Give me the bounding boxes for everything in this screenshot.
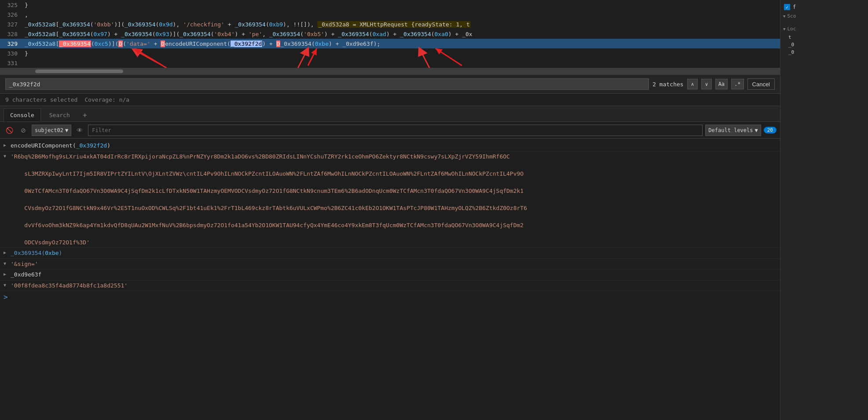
line-number-330: 330 [0,50,23,57]
line-number-328: 328 [0,31,23,37]
console-line-3[interactable]: _0x369354(0xbe) [0,248,780,259]
console-line-4[interactable]: '&sign=' [0,259,780,270]
tab-search[interactable]: Search [43,108,77,122]
prompt-arrow: > [4,293,8,301]
horizontal-scrollbar[interactable] [0,68,780,74]
eye-icon: 👁 [77,127,83,134]
console-text-3: _0x369354(0xbe) [11,249,776,258]
code-content-329: _0xd532a8[_0x369354(0xc5)](D('data=' + D… [23,41,780,47]
find-matches: 2 matches [652,81,683,88]
console-toolbar: 🚫 ⊘ subject02 ▼ 👁 Default levels ▼ 20 [0,122,780,139]
code-content-328: _0xd532a8[_0x369354(0x97) + _0x369354(0x… [23,31,780,37]
console-line-5[interactable]: _0xd9e63f [0,269,780,280]
find-next-button[interactable]: ∨ [701,79,712,89]
local-label: Loc [787,26,796,32]
expand-arrow-5[interactable] [4,272,11,276]
line-number-325: 325 [0,2,23,8]
code-line-330: 330 } [0,48,780,58]
checkbox-f-label: f [793,4,796,10]
console-input[interactable] [11,294,776,300]
local-title[interactable]: Loc [783,24,865,33]
tab-add-button[interactable]: + [78,108,92,122]
line-number-327: 327 [0,21,23,28]
code-editor-wrapper: 325 } 326 , 327 _0xd532a8[_0x369354('0xb… [0,0,780,74]
code-content-326: , [23,11,780,18]
console-line-6[interactable]: '00f8fdea8c35f4ad8774b8fc1a8d2551' [0,280,780,291]
find-case-button[interactable]: Aa [715,79,728,89]
expand-arrow-1[interactable] [4,143,11,147]
filter-icon: ⊘ [21,127,26,134]
line-number-326: 326 [0,11,23,18]
find-prev-button[interactable]: ∧ [687,79,698,89]
console-line-1[interactable]: encodeURIComponent(_0x392f2d) [0,140,780,151]
right-panel: f Sco Loc t _0 _0 [780,0,868,420]
expand-arrow-4[interactable] [4,261,11,266]
code-line-326: 326 , [0,10,780,19]
line-number-331: 331 [0,60,23,66]
tab-console-label: Console [10,112,34,118]
console-output[interactable]: encodeURIComponent(_0x392f2d) 'R6bq%2B6M… [0,139,780,420]
levels-dropdown-icon: ▼ [755,127,758,133]
code-line-331: 331 [0,58,780,68]
line-number-329: 329 [0,41,23,47]
find-input[interactable] [5,78,649,90]
error-badge: 20 [764,127,776,133]
code-line-328: 328 _0xd532a8[_0x369354(0x97) + _0x36935… [0,29,780,39]
code-line-327: 327 _0xd532a8[_0x369354('0xbb')](_0x3693… [0,19,780,29]
expand-arrow-2[interactable] [4,154,11,158]
checkbox-f[interactable]: f [783,3,865,11]
checkbox-f-indicator[interactable] [784,4,790,10]
status-bar: 9 characters selected Coverage: n/a [0,94,780,106]
code-content-325: } [23,2,780,8]
scope-title[interactable]: Sco [783,11,865,21]
scrollbar-thumb[interactable] [35,70,123,73]
console-text-1: encodeURIComponent(_0x392f2d) [11,141,776,150]
find-bar: 2 matches ∧ ∨ Aa .* Cancel [0,74,780,94]
expand-arrow-3[interactable] [4,250,11,255]
scope-label: Sco [787,13,796,19]
local-section: Loc t _0 _0 [783,24,865,56]
eye-button[interactable]: 👁 [74,125,85,136]
local-item-0x1[interactable]: _0 [783,41,865,48]
clear-console-button[interactable]: 🚫 [4,125,15,136]
local-item-0x1-label: _0 [788,42,794,48]
console-text-5: _0xd9e63f [11,270,776,279]
code-line-329[interactable]: 329 _0xd532a8[_0x369354(0xc5)](D('data='… [0,39,780,48]
console-line-2[interactable]: 'R6bq%2B6Mofhg9sLXriu4xkAT04dIrRc8rIRXpi… [0,151,780,248]
filter-button[interactable]: ⊘ [18,125,29,136]
bottom-panel: Console Search + 🚫 ⊘ subject02 ▼ 👁 [0,106,780,420]
coverage-status: Coverage: n/a [84,96,129,103]
filter-input[interactable] [88,125,703,136]
console-text-4: '&sign=' [11,260,776,269]
code-content-330: } [23,50,780,57]
expand-arrow-6[interactable] [4,283,11,287]
panel-tabs: Console Search + [0,106,780,122]
local-item-t[interactable]: t [783,33,865,41]
context-selector[interactable]: subject02 ▼ [32,125,71,136]
levels-dropdown[interactable]: Default levels ▼ [705,125,761,136]
tab-console[interactable]: Console [4,108,41,122]
context-label: subject02 [35,127,63,133]
console-text-2: 'R6bq%2B6Mofhg9sLXriu4xkAT04dIrRc8rIRXpi… [11,152,776,247]
clear-icon: 🚫 [6,127,13,134]
code-line-325: 325 } [0,0,780,10]
find-regex-button[interactable]: .* [731,79,743,89]
tab-search-label: Search [49,112,70,118]
code-content-327: _0xd532a8[_0x369354('0xbb')](_0x369354(0… [23,21,780,28]
local-item-0x2-label: _0 [788,49,794,55]
find-cancel-button[interactable]: Cancel [747,78,775,90]
console-text-6: '00f8fdea8c35f4ad8774b8fc1a8d2551' [11,281,776,290]
main-panel: 325 } 326 , 327 _0xd532a8[_0x369354('0xb… [0,0,780,420]
local-item-0x2[interactable]: _0 [783,48,865,56]
levels-label: Default levels [708,127,753,133]
scope-section: Sco [783,11,865,21]
local-item-t-label: t [788,34,791,40]
selection-count: 9 characters selected [5,96,77,103]
console-prompt[interactable]: > [0,291,780,303]
code-editor: 325 } 326 , 327 _0xd532a8[_0x369354('0xb… [0,0,780,68]
context-dropdown-icon: ▼ [65,127,68,133]
